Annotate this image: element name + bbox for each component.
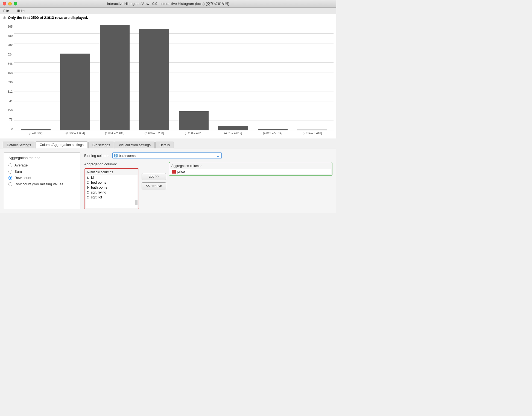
list-item[interactable]: Dbathrooms [86, 185, 138, 190]
bars-container [14, 24, 334, 130]
radio-average-circle[interactable] [8, 163, 12, 167]
binning-column-value: bathrooms [119, 154, 214, 158]
column-name: bathrooms [91, 186, 107, 189]
column-name: sqft_living [91, 191, 106, 194]
column-name: sqft_lot [91, 195, 102, 199]
radio-rowcount-no-missing-circle[interactable] [8, 182, 12, 186]
y-axis-label: 702 [3, 43, 14, 47]
menu-hilite[interactable]: HiLite [14, 8, 26, 13]
y-axis-label: 156 [3, 109, 14, 112]
y-axis-label: 312 [3, 90, 14, 93]
binning-section: Binning column: D bathrooms ⌄ Aggregatio… [84, 152, 332, 209]
radio-rowcount-no-missing-label: Row count (w/o missing values) [14, 182, 65, 186]
bar[interactable] [297, 130, 327, 131]
radio-rowcount-label: Row count [14, 176, 31, 180]
radio-rowcount-dot [10, 177, 11, 179]
x-label-group: (3.208 – 4.01] [175, 130, 212, 139]
list-item[interactable]: Isqft_living [86, 190, 138, 195]
minimize-button[interactable] [8, 2, 12, 5]
column-type-badge: I [87, 181, 90, 184]
x-label-group: (4.01 – 4.812] [215, 130, 252, 139]
available-columns-title: Available columns [86, 170, 138, 175]
radio-rowcount[interactable]: Row count [8, 176, 76, 180]
y-axis-label: 390 [3, 81, 14, 84]
tab-visualization[interactable]: Visualization settings [115, 142, 155, 148]
bar[interactable] [179, 111, 209, 130]
radio-sum-label: Sum [14, 169, 22, 174]
bar-group[interactable] [215, 24, 252, 130]
scrollbar[interactable] [135, 200, 138, 205]
bar[interactable] [60, 54, 90, 130]
list-item[interactable]: Isqft_lot [86, 195, 138, 200]
x-axis-label: (2.406 – 3.208] [144, 130, 164, 135]
aggregation-column-item[interactable]: price [170, 169, 331, 174]
chart-plot-area [14, 24, 334, 130]
chart-area: 078156234312390468546624702780865 [0 – 0… [0, 21, 336, 139]
y-axis-label: 234 [3, 99, 14, 102]
y-axis-label: 546 [3, 62, 14, 65]
maximize-button[interactable] [14, 2, 17, 5]
x-axis-label: (4.812 – 5.614] [263, 130, 282, 135]
x-axis: [0 – 0.802](0.802 – 1.604](1.604 – 2.406… [14, 130, 334, 139]
aggregation-columns-section: Aggregation columns price [169, 162, 332, 176]
aggregation-columns-title: Aggregation columns [170, 163, 331, 169]
radio-rowcount-no-missing[interactable]: Row count (w/o missing values) [8, 182, 76, 186]
available-columns-list[interactable]: LidIbedroomsDbathroomsIsqft_livingIsqft_… [86, 175, 138, 208]
x-axis-label: (4.01 – 4.812] [224, 130, 242, 135]
binning-column-badge: D [114, 154, 118, 157]
aggregation-columns-list[interactable]: price [170, 169, 331, 174]
tab-column[interactable]: Column/Aggregation settings [36, 141, 88, 148]
list-item[interactable]: Ibedrooms [86, 180, 138, 185]
x-axis-label: (0.802 – 1.604] [65, 130, 85, 135]
remove-button[interactable]: << remove [142, 182, 166, 189]
title-bar: Interactive Histogram View - 0:9 - Inter… [0, 0, 336, 8]
tab-bin[interactable]: Bin settings [88, 142, 114, 148]
x-label-group: (5.614 – 6.416] [294, 130, 331, 139]
warning-bar: ⚠ Only the first 2500 of 21613 rows are … [0, 14, 336, 21]
column-name: id [91, 176, 94, 180]
radio-rowcount-circle[interactable] [8, 176, 12, 180]
menu-file[interactable]: File [2, 8, 10, 13]
x-axis-label: (1.604 – 2.406] [105, 130, 124, 135]
y-axis-label: 624 [3, 53, 14, 56]
column-type-badge: I [87, 191, 90, 194]
tab-details[interactable]: Details [155, 142, 174, 148]
binning-column-dropdown[interactable]: D bathrooms ⌄ [112, 152, 222, 159]
bar[interactable] [100, 25, 130, 130]
warning-text: Only the first 2500 of 21613 rows are di… [8, 16, 88, 20]
window-title: Interactive Histogram View - 0:9 - Inter… [107, 1, 229, 6]
bar[interactable] [258, 129, 288, 130]
bar[interactable] [218, 126, 248, 130]
bar-group[interactable] [96, 24, 133, 130]
aggregation-column-label: Aggregation column: [84, 162, 117, 166]
radio-sum[interactable]: Sum [8, 169, 76, 174]
bar[interactable] [139, 29, 169, 130]
color-indicator [172, 170, 176, 174]
add-button[interactable]: add >> [142, 173, 166, 180]
x-label-group: (0.802 – 1.604] [57, 130, 94, 139]
x-label-group: (4.812 – 5.614] [254, 130, 291, 139]
column-name: bedrooms [91, 181, 106, 184]
x-label-group: (1.604 – 2.406] [96, 130, 133, 139]
close-button[interactable] [3, 2, 6, 5]
dropdown-arrow-icon: ⌄ [216, 153, 220, 159]
bar[interactable] [21, 129, 51, 130]
radio-average[interactable]: Average [8, 163, 76, 167]
bar-group[interactable] [254, 24, 291, 130]
bar-group[interactable] [175, 24, 212, 130]
traffic-lights [3, 2, 17, 5]
list-item[interactable]: Lid [86, 175, 138, 180]
chart-inner: [0 – 0.802](0.802 – 1.604](1.604 – 2.406… [14, 24, 334, 139]
settings-panel: Aggregation method: Average Sum Row coun… [0, 148, 336, 213]
binning-column-row: Binning column: D bathrooms ⌄ [84, 152, 332, 159]
bar-group[interactable] [294, 24, 331, 130]
bar-group[interactable] [136, 24, 173, 130]
bar-group[interactable] [57, 24, 94, 130]
tab-default[interactable]: Default Settings [3, 142, 35, 148]
radio-average-label: Average [14, 163, 28, 167]
y-axis-label: 78 [3, 118, 14, 121]
bottom-panel: Default Settings Column/Aggregation sett… [0, 139, 336, 213]
bar-group[interactable] [17, 24, 54, 130]
radio-sum-circle[interactable] [8, 170, 12, 174]
menu-bar: File HiLite [0, 8, 336, 14]
